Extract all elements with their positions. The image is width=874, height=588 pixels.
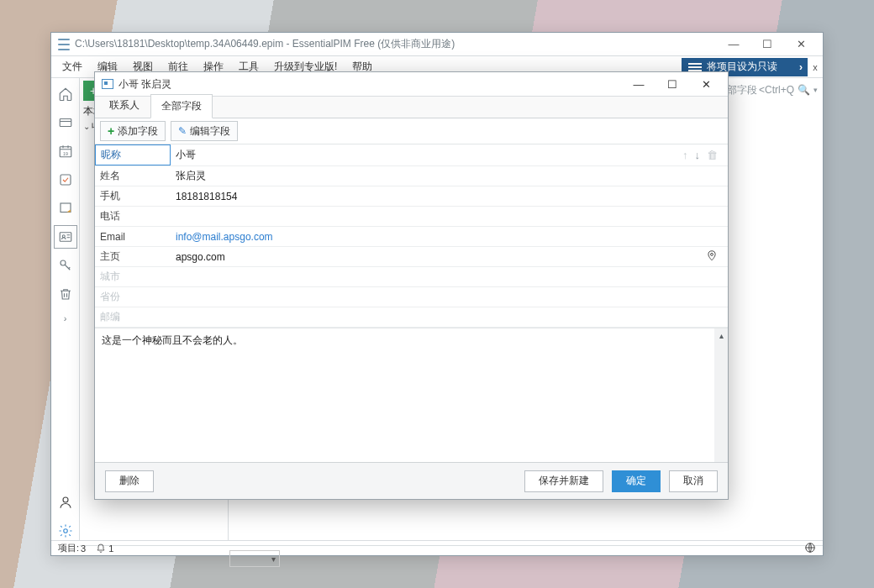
search-area[interactable]: 全部字段 <Ctrl+Q 🔍 ▾ [717, 80, 823, 100]
field-label: Email [95, 228, 171, 245]
globe-icon[interactable] [804, 542, 816, 555]
promo-icon [688, 63, 702, 71]
window-title: C:\Users\18181\Desktop\temp.34A06449.epi… [75, 37, 455, 51]
titlebar: C:\Users\18181\Desktop\temp.34A06449.epi… [51, 33, 823, 56]
field-value[interactable] [171, 275, 728, 280]
arrow-up-icon[interactable]: ↑ [682, 149, 688, 161]
dialog-minimize-button[interactable]: — [622, 78, 656, 91]
field-value[interactable]: 小哥↑↓🗑 [171, 145, 728, 165]
chevron-down-icon: ▾ [813, 86, 818, 94]
svg-rect-0 [60, 119, 71, 127]
status-items-count: 3 [81, 543, 86, 554]
ok-button[interactable]: 确定 [612, 470, 661, 492]
nav-task-icon[interactable] [56, 171, 75, 189]
field-value[interactable]: 张启灵 [171, 166, 728, 186]
field-label: 手机 [95, 186, 171, 206]
nav-note-icon[interactable] [56, 199, 75, 218]
chevron-right-icon: › [799, 61, 803, 73]
field-label: 城市 [95, 267, 171, 286]
contact-card-icon [102, 79, 113, 89]
field-row[interactable]: 邮编 [95, 307, 728, 328]
field-row[interactable]: Emailinfo@mail.apsgo.com [95, 227, 728, 247]
location-pin-icon[interactable] [706, 249, 723, 264]
dialog-titlebar: 小哥 张启灵 — ☐ ✕ [95, 72, 728, 96]
field-label: 电话 [95, 207, 171, 226]
dialog-maximize-button[interactable]: ☐ [656, 78, 689, 91]
menu-file[interactable]: 文件 [55, 56, 90, 78]
field-label: 邮编 [95, 307, 171, 327]
svg-point-9 [63, 529, 67, 533]
sidebar: 19 › [51, 78, 80, 540]
field-value[interactable] [171, 214, 728, 219]
statusbar: 项目: 3 1 [51, 540, 823, 555]
field-row[interactable]: 城市 [95, 267, 728, 287]
dialog-title: 小哥 张启灵 [118, 77, 171, 92]
field-row[interactable]: 手机18181818154 [95, 186, 728, 207]
field-value[interactable] [171, 315, 728, 320]
svg-rect-3 [61, 175, 71, 185]
note-text: 这是一个神秘而且不会老的人。 [102, 334, 243, 346]
field-label: 省份 [95, 287, 171, 307]
tab-all-fields[interactable]: 全部字段 [150, 94, 213, 118]
svg-point-8 [63, 497, 68, 502]
close-button[interactable]: ✕ [784, 34, 818, 55]
dialog-toolbar: +添加字段 ✎编辑字段 [95, 118, 728, 144]
field-value[interactable]: info@mail.apsgo.com [171, 228, 728, 245]
nav-contacts-icon[interactable] [56, 228, 75, 246]
trash-icon[interactable]: 🗑 [707, 149, 718, 161]
status-alerts[interactable]: 1 [96, 543, 113, 554]
nav-calendar-icon[interactable]: 19 [56, 142, 75, 160]
field-label: 昵称 [95, 144, 171, 165]
fields-list: 昵称小哥↑↓🗑姓名张启灵手机18181818154电话Emailinfo@mai… [95, 144, 728, 328]
delete-button[interactable]: 删除 [105, 470, 154, 492]
edit-field-label: 编辑字段 [190, 124, 230, 139]
svg-rect-5 [60, 233, 71, 242]
save-and-new-button[interactable]: 保存并新建 [524, 470, 603, 492]
field-value[interactable] [171, 295, 728, 300]
maximize-button[interactable]: ☐ [750, 34, 784, 55]
field-row[interactable]: 省份 [95, 287, 728, 307]
plus-icon: + [108, 124, 114, 138]
add-field-button[interactable]: +添加字段 [100, 121, 166, 141]
svg-point-7 [61, 260, 66, 265]
field-value[interactable]: 18181818154 [171, 188, 728, 205]
nav-home-icon[interactable] [56, 85, 75, 103]
minimize-button[interactable]: — [717, 34, 750, 55]
contact-dialog: 小哥 张启灵 — ☐ ✕ 联系人 全部字段 +添加字段 ✎编辑字段 昵称小哥↑↓… [94, 71, 729, 500]
nav-trash-icon[interactable] [56, 285, 75, 303]
field-reorder-tools: ↑↓🗑 [682, 149, 723, 161]
nav-user-icon[interactable] [56, 493, 75, 512]
status-items-label: 项目: [58, 542, 79, 554]
edit-field-button[interactable]: ✎编辑字段 [171, 121, 238, 141]
bell-icon [96, 543, 106, 554]
pen-icon: ✎ [178, 125, 187, 137]
svg-point-11 [711, 253, 713, 255]
nav-settings-icon[interactable] [56, 522, 75, 540]
dialog-footer: 删除 保存并新建 确定 取消 [95, 462, 728, 499]
field-value[interactable]: apsgo.com [171, 247, 728, 266]
field-label: 主页 [95, 247, 171, 266]
promo-close-button[interactable]: x [808, 62, 823, 72]
arrow-down-icon[interactable]: ↓ [695, 149, 701, 161]
svg-text:19: 19 [63, 151, 68, 156]
field-row[interactable]: 姓名张启灵 [95, 166, 728, 186]
field-row[interactable]: 昵称小哥↑↓🗑 [95, 144, 728, 166]
scroll-up-icon: ▴ [714, 328, 728, 342]
sidebar-expand-icon[interactable]: › [64, 313, 67, 323]
dialog-close-button[interactable]: ✕ [689, 78, 723, 91]
nav-card-icon[interactable] [56, 113, 75, 132]
field-row[interactable]: 主页apsgo.com [95, 247, 728, 267]
status-alerts-count: 1 [108, 543, 113, 554]
search-icon: 🔍 [798, 84, 810, 96]
cancel-button[interactable]: 取消 [669, 470, 718, 492]
tab-contact[interactable]: 联系人 [98, 93, 150, 118]
field-label: 姓名 [95, 166, 171, 186]
add-field-label: 添加字段 [118, 124, 158, 139]
field-row[interactable]: 电话 [95, 207, 728, 227]
app-icon [58, 39, 70, 50]
note-scrollbar[interactable]: ▴ [714, 328, 728, 462]
search-shortcut: <Ctrl+Q [759, 84, 794, 96]
dialog-tabs: 联系人 全部字段 [95, 97, 728, 118]
note-area[interactable]: 这是一个神秘而且不会老的人。 ▴ [95, 328, 728, 462]
nav-password-icon[interactable] [56, 256, 75, 275]
